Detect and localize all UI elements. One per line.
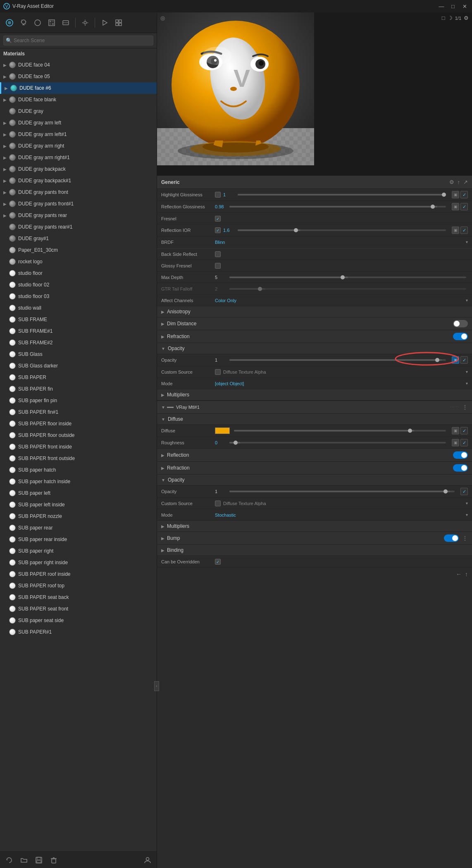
opacity-section-header[interactable]: ▼ Opacity [157, 343, 472, 354]
export-icon[interactable]: ↗ [463, 179, 468, 185]
ior-sq-icon1[interactable]: ▣ [452, 227, 459, 234]
mat-item-25[interactable]: ▶SUB FRAME#2 [0, 337, 157, 348]
bump-toggle[interactable] [444, 534, 459, 542]
opacity-sq-icon1[interactable]: ▣ [452, 356, 459, 364]
custom-source-arrow[interactable]: ▾ [466, 370, 468, 374]
mat-item-20[interactable]: ▶studio floor 02 [0, 279, 157, 291]
mat-item-4[interactable]: ▶DUDE face blank [0, 94, 157, 105]
highlight-glossiness-checkbox[interactable] [215, 192, 221, 198]
mat-item-50[interactable]: ▶SUB PAPER#1 [0, 626, 157, 638]
mat-item-27[interactable]: ▶SUB Glass darker [0, 360, 157, 372]
diffuse-slider[interactable] [234, 430, 446, 432]
mat-item-1[interactable]: ▶DUDE face 04 [0, 59, 157, 71]
mat-expand-arrow[interactable]: ▶ [3, 74, 9, 79]
mat-item-29[interactable]: ▶SUB PAPER fin [0, 383, 157, 395]
reflection-sq-icon1[interactable]: ▣ [452, 203, 459, 210]
opacity-slider[interactable] [229, 359, 446, 361]
mat-item-17[interactable]: ▶Paper_E01_30cm [0, 244, 157, 256]
mat-expand-arrow[interactable]: ▶ [3, 167, 9, 172]
toolbar-materials-icon[interactable] [3, 17, 16, 29]
preview-moon-icon[interactable]: ☽ [448, 15, 453, 21]
delete-button[interactable] [48, 854, 60, 866]
mat-item-14[interactable]: ▶DUDE gray pants rear [0, 210, 157, 221]
reflection-ior-checkbox[interactable] [215, 227, 221, 233]
nav-back-arrow[interactable]: ← [456, 571, 462, 577]
dim-distance-header[interactable]: ▶ Dim Distance [157, 317, 472, 330]
toolbar-geometry-icon[interactable] [31, 17, 44, 29]
mat-item-18[interactable]: ▶rocket logo [0, 256, 157, 267]
mat-expand-arrow[interactable]: ▶ [3, 121, 9, 125]
toolbar-settings-icon[interactable] [79, 17, 91, 29]
mat-item-43[interactable]: ▶SUB paper right [0, 545, 157, 557]
mat-expand-arrow[interactable]: ▶ [3, 98, 9, 102]
toolbar-view-icon[interactable] [112, 17, 125, 29]
mat-item-26[interactable]: ▶SUB Glass [0, 348, 157, 360]
mode-value[interactable]: [object Object] [215, 381, 463, 386]
minimize-button[interactable]: — [437, 2, 446, 10]
mat-item-37[interactable]: ▶SUB paper hatch inside [0, 476, 157, 487]
mode-arrow[interactable]: ▾ [466, 381, 468, 386]
bump-header[interactable]: ▶ Bump ⋮ [157, 532, 472, 545]
mat-item-46[interactable]: ▶SUB PAPER roof top [0, 580, 157, 591]
refraction-top-header[interactable]: ▶ Refraction [157, 330, 472, 343]
toolbar-render-icon[interactable] [98, 17, 111, 29]
glossy-fresnel-checkbox[interactable] [215, 263, 221, 269]
gtr-slider[interactable] [229, 288, 466, 290]
reflection-ior-slider[interactable] [238, 229, 446, 231]
vray-custom-source-checkbox[interactable] [215, 501, 221, 506]
mat-item-23[interactable]: ▶SUB FRAME [0, 314, 157, 325]
filter-icon[interactable]: ⚙ [449, 179, 454, 185]
dim-distance-toggle[interactable] [453, 320, 468, 327]
mat-expand-arrow[interactable]: ▶ [3, 213, 9, 218]
preview-settings-icon[interactable]: ⚙ [464, 15, 469, 21]
highlight-sq-check[interactable]: ✓ [460, 191, 468, 198]
vray-custom-source-arrow[interactable]: ▾ [466, 501, 468, 506]
mat-item-16[interactable]: ▶DUDE gray#1 [0, 233, 157, 244]
search-input[interactable] [3, 36, 153, 45]
mat-item-7[interactable]: ▶DUDE gray arm left#1 [0, 129, 157, 140]
vray-mtl-menu[interactable]: ⋮ [462, 404, 468, 410]
vray-reflection-toggle[interactable] [453, 451, 468, 459]
nav-forward-arrow[interactable]: ↑ [465, 571, 468, 577]
mat-item-12[interactable]: ▶DUDE gray pants front [0, 186, 157, 198]
highlight-glossiness-slider[interactable] [238, 194, 446, 196]
anisotropy-header[interactable]: ▶ Anisotropy [157, 306, 472, 317]
diffuse-sq-check[interactable]: ✓ [460, 427, 468, 434]
diffuse-color-swatch[interactable] [215, 427, 230, 434]
vray-opacity-sq-check[interactable]: ✓ [460, 488, 468, 495]
mat-item-19[interactable]: ▶studio floor [0, 267, 157, 279]
mat-item-22[interactable]: ▶studio wall [0, 302, 157, 314]
refraction-top-toggle[interactable] [453, 333, 468, 340]
roughness-slider[interactable] [229, 442, 446, 444]
back-side-reflect-checkbox[interactable] [215, 251, 221, 257]
mat-expand-arrow[interactable]: ▶ [3, 132, 9, 137]
fresnel-checkbox[interactable] [215, 216, 221, 222]
vray-opacity-header[interactable]: ▼ Opacity [157, 475, 472, 486]
mat-item-24[interactable]: ▶SUB FRAME#1 [0, 325, 157, 337]
toolbar-lights-icon[interactable] [17, 17, 30, 29]
mat-expand-arrow[interactable]: ▶ [3, 179, 9, 183]
can-be-overridden-checkbox[interactable] [215, 559, 221, 565]
max-depth-slider[interactable] [229, 277, 466, 278]
brdf-dropdown-arrow[interactable]: ▾ [466, 240, 468, 244]
reflection-sq-check[interactable]: ✓ [460, 203, 468, 210]
opacity-sq-check[interactable]: ✓ [460, 356, 468, 364]
mat-item-39[interactable]: ▶SUB paper left inside [0, 499, 157, 510]
mat-item-38[interactable]: ▶SUB paper left [0, 487, 157, 499]
user-button[interactable] [142, 854, 153, 866]
mat-item-8[interactable]: ▶DUDE gray arm right [0, 140, 157, 152]
vray-refraction-header[interactable]: ▶ Refraction [157, 462, 472, 475]
mat-item-35[interactable]: ▶SUB PAPER front outside [0, 453, 157, 464]
mat-item-33[interactable]: ▶SUB PAPER floor outside [0, 429, 157, 441]
toolbar-textures-icon[interactable] [45, 17, 58, 29]
mat-expand-arrow[interactable]: ▶ [3, 202, 9, 206]
mat-item-34[interactable]: ▶SUB PAPER front inside [0, 441, 157, 453]
mat-expand-arrow[interactable]: ▶ [3, 155, 9, 160]
roughness-sq-check[interactable]: ✓ [460, 439, 468, 446]
mat-item-45[interactable]: ▶SUB PAPER roof inside [0, 568, 157, 580]
diffuse-section-header[interactable]: ▼ Diffuse [157, 414, 472, 425]
vray-multipliers-header[interactable]: ▶ Multipliers [157, 521, 472, 532]
folder-button[interactable] [18, 854, 30, 866]
reflection-glossiness-slider[interactable] [229, 206, 446, 207]
mat-item-40[interactable]: ▶SUB PAPER nozzle [0, 510, 157, 522]
